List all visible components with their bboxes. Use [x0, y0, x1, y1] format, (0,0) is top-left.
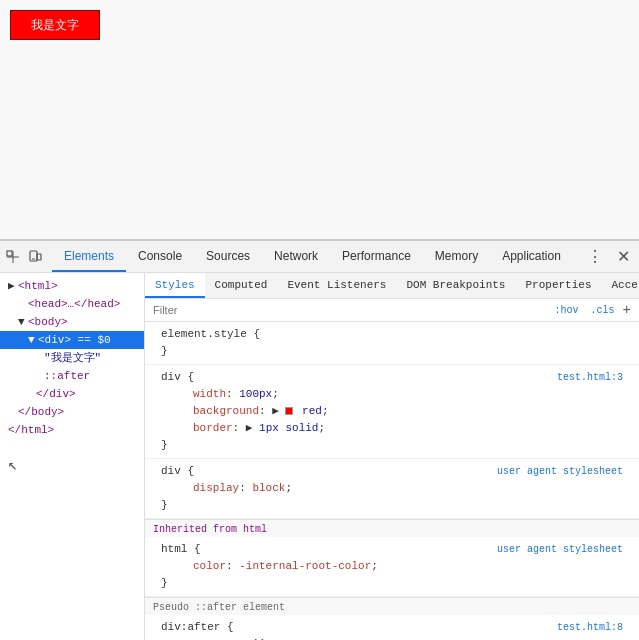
cursor-icon: ↖: [8, 457, 18, 475]
cursor-area: ↖: [0, 439, 144, 491]
device-icon[interactable]: [26, 248, 44, 266]
dom-line-html-close[interactable]: </html>: [0, 421, 144, 439]
dom-line-div-close[interactable]: </div>: [0, 385, 144, 403]
css-selector-element[interactable]: element.style {: [153, 326, 631, 343]
dom-line-text[interactable]: "我是文字": [0, 349, 144, 367]
devtools-main: ▶<html> <head>…</head> ▼<body> ▼<div> ==…: [0, 273, 639, 640]
more-tabs-button[interactable]: ⋮: [583, 245, 607, 269]
styles-subtabs: Styles Computed Event Listeners DOM Brea…: [145, 273, 639, 299]
css-close-brace-div: }: [153, 437, 631, 454]
hov-filter-button[interactable]: :hov: [551, 303, 583, 318]
tab-sources[interactable]: Sources: [194, 241, 262, 272]
dom-line-body-close[interactable]: </body>: [0, 403, 144, 421]
css-close-brace-ua: }: [153, 497, 631, 514]
css-source-link[interactable]: test.html:3: [557, 369, 623, 386]
inherited-header: Inherited from html: [145, 519, 639, 537]
css-source-after[interactable]: test.html:8: [557, 619, 623, 636]
css-prop-border[interactable]: border: ▶ 1px solid;: [153, 420, 631, 437]
tab-memory[interactable]: Memory: [423, 241, 490, 272]
css-selector-text: element.style {: [161, 328, 260, 340]
subtab-event-listeners[interactable]: Event Listeners: [277, 273, 396, 298]
subtab-styles[interactable]: Styles: [145, 273, 205, 298]
dom-line-html[interactable]: ▶<html>: [0, 277, 144, 295]
subtab-accessibility[interactable]: Accessibility: [602, 273, 640, 298]
css-prop-background[interactable]: background: ▶ red;: [153, 403, 631, 420]
filter-input[interactable]: [153, 304, 543, 316]
pseudo-after-header: Pseudo ::after element: [145, 597, 639, 615]
css-selector-div-ua[interactable]: div { user agent stylesheet: [153, 463, 631, 480]
add-style-button[interactable]: +: [623, 302, 631, 318]
devtools-panel: Elements Console Sources Network Perform…: [0, 240, 639, 640]
css-selector-div[interactable]: div { test.html:3: [153, 369, 631, 386]
subtab-dom-breakpoints[interactable]: DOM Breakpoints: [396, 273, 515, 298]
css-selector-after[interactable]: div:after { test.html:8: [153, 619, 631, 636]
inspect-icon[interactable]: [4, 248, 22, 266]
cls-filter-button[interactable]: .cls: [587, 303, 619, 318]
css-prop-color[interactable]: color: -internal-root-color;: [153, 558, 631, 575]
tab-console[interactable]: Console: [126, 241, 194, 272]
css-close-brace-html: }: [153, 575, 631, 592]
dom-line-div-selected[interactable]: ▼<div> == $0: [0, 331, 144, 349]
css-block-div-main: div { test.html:3 width: 100px; backgrou…: [145, 365, 639, 459]
svg-rect-0: [7, 251, 12, 256]
demo-text: 我是文字: [31, 17, 79, 34]
close-devtools-button[interactable]: ✕: [611, 245, 635, 269]
css-block-element-style: element.style { }: [145, 322, 639, 365]
devtools-toolbar: Elements Console Sources Network Perform…: [0, 241, 639, 273]
css-selector-html[interactable]: html { user agent stylesheet: [153, 541, 631, 558]
dom-line-head[interactable]: <head>…</head>: [0, 295, 144, 313]
styles-panel: Styles Computed Event Listeners DOM Brea…: [145, 273, 639, 640]
css-block-div-ua: div { user agent stylesheet display: blo…: [145, 459, 639, 519]
toolbar-icons: [4, 248, 44, 266]
dom-panel: ▶<html> <head>…</head> ▼<body> ▼<div> ==…: [0, 273, 145, 640]
css-block-after: div:after { test.html:8 content: ''; }: [145, 615, 639, 640]
tab-performance[interactable]: Performance: [330, 241, 423, 272]
tab-elements[interactable]: Elements: [52, 241, 126, 272]
preview-area: 我是文字: [0, 0, 639, 240]
css-prop-width[interactable]: width: 100px;: [153, 386, 631, 403]
css-source-html-ua: user agent stylesheet: [497, 541, 623, 558]
subtab-computed[interactable]: Computed: [205, 273, 278, 298]
css-source-ua: user agent stylesheet: [497, 463, 623, 480]
filter-buttons: :hov .cls: [551, 303, 619, 318]
border-arrow-icon[interactable]: ▶: [246, 422, 259, 434]
color-arrow-icon[interactable]: ▶: [272, 405, 285, 417]
dom-line-body[interactable]: ▼<body>: [0, 313, 144, 331]
css-prop-content[interactable]: content: '';: [153, 636, 631, 640]
filter-bar: :hov .cls +: [145, 299, 639, 322]
tab-network[interactable]: Network: [262, 241, 330, 272]
subtab-properties[interactable]: Properties: [515, 273, 601, 298]
demo-element: 我是文字: [10, 10, 100, 40]
tab-application[interactable]: Application: [490, 241, 573, 272]
css-prop-display[interactable]: display: block;: [153, 480, 631, 497]
devtools-tabs: Elements Console Sources Network Perform…: [52, 241, 583, 272]
dom-line-after[interactable]: ::after: [0, 367, 144, 385]
inherited-tag: html: [243, 524, 267, 535]
color-swatch-red[interactable]: [285, 407, 293, 415]
svg-rect-4: [37, 254, 41, 260]
css-block-html-ua: html { user agent stylesheet color: -int…: [145, 537, 639, 597]
css-close-brace: }: [153, 343, 631, 360]
